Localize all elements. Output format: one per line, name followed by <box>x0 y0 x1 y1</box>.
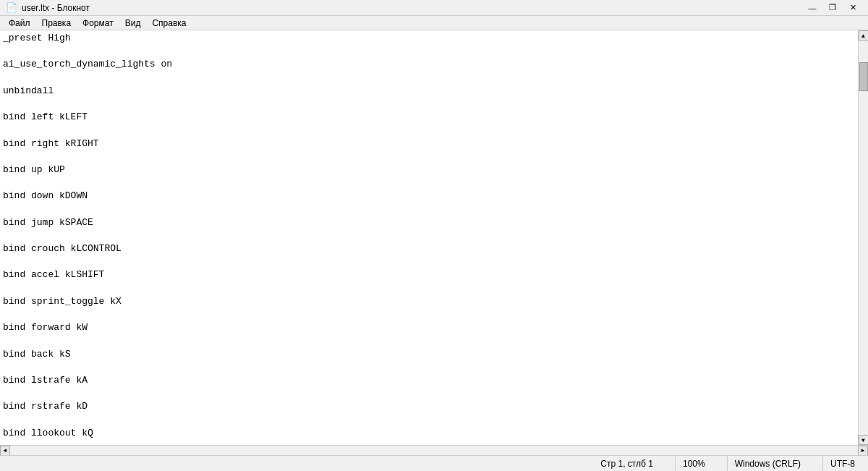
scroll-left-button[interactable]: ◄ <box>0 446 10 456</box>
menu-edit[interactable]: Правка <box>36 17 77 30</box>
maximize-button[interactable]: ❐ <box>823 1 842 14</box>
zoom-level: 100% <box>675 456 712 471</box>
encoding: UTF-8 <box>822 456 862 471</box>
menu-bar: Файл Правка Формат Вид Справка <box>0 16 868 30</box>
title-bar: 📄 user.ltx - Блокнот — ❐ ✕ <box>0 0 868 16</box>
editor-line: ai_use_torch_dynamic_lights on <box>3 58 855 71</box>
editor-line: bind right kRIGHT <box>3 137 855 150</box>
editor-line: bind lstrafe kA <box>3 374 855 387</box>
editor-line: bind forward kW <box>3 321 855 334</box>
minimize-button[interactable]: — <box>803 1 822 14</box>
editor-line: bind back kS <box>3 348 855 361</box>
editor-line: _preset High <box>3 32 855 45</box>
editor-line: bind accel kLSHIFT <box>3 268 855 281</box>
scroll-right-button[interactable]: ► <box>858 446 868 456</box>
scroll-down-button[interactable]: ▼ <box>859 435 869 445</box>
menu-format[interactable]: Формат <box>77 17 119 30</box>
editor-content[interactable]: _preset High ai_use_torch_dynamic_lights… <box>0 30 858 445</box>
scroll-track[interactable] <box>859 41 868 435</box>
title-bar-left: 📄 user.ltx - Блокнот <box>6 2 90 14</box>
status-bar: Стр 1, стлб 1 100% Windows (CRLF) UTF-8 <box>0 455 868 471</box>
window-title: user.ltx - Блокнот <box>22 3 90 13</box>
app-icon: 📄 <box>6 2 17 14</box>
vertical-scrollbar[interactable]: ▲ ▼ <box>858 30 868 445</box>
menu-help[interactable]: Справка <box>146 17 192 30</box>
editor-line: bind llookout kQ <box>3 427 855 440</box>
menu-view[interactable]: Вид <box>119 17 147 30</box>
scroll-thumb[interactable] <box>859 62 868 91</box>
editor-line: bind rstrafe kD <box>3 400 855 413</box>
horizontal-scrollbar[interactable]: ◄ ► <box>0 445 868 455</box>
editor-line: bind left kLEFT <box>3 111 855 124</box>
scroll-up-button[interactable]: ▲ <box>859 30 869 41</box>
editor-line: bind down kDOWN <box>3 190 855 203</box>
line-ending: Windows (CRLF) <box>727 456 808 471</box>
cursor-position: Стр 1, стлб 1 <box>593 456 660 471</box>
editor-container: _preset High ai_use_torch_dynamic_lights… <box>0 30 868 445</box>
editor-line: bind up kUP <box>3 164 855 177</box>
window-controls[interactable]: — ❐ ✕ <box>803 1 862 14</box>
editor-line: unbindall <box>3 85 855 98</box>
editor-line: bind jump kSPACE <box>3 216 855 229</box>
close-button[interactable]: ✕ <box>843 1 862 14</box>
editor-line: bind crouch kLCONTROL <box>3 242 855 255</box>
editor-line: bind sprint_toggle kX <box>3 295 855 308</box>
menu-file[interactable]: Файл <box>3 17 36 30</box>
horizontal-scroll-track[interactable] <box>10 446 858 455</box>
